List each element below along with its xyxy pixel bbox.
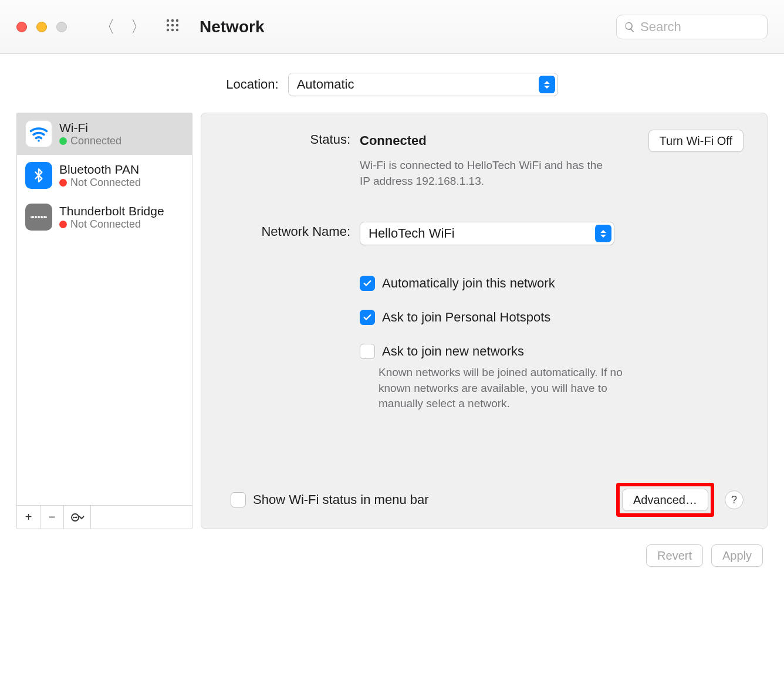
- turn-wifi-off-button[interactable]: Turn Wi-Fi Off: [648, 130, 744, 152]
- window-controls: [16, 22, 67, 32]
- sidebar-item-bluetooth-pan[interactable]: Bluetooth PAN Not Connected: [17, 155, 192, 197]
- checkbox-checked-icon: [360, 310, 375, 325]
- svg-point-13: [40, 216, 43, 218]
- remove-service-button[interactable]: −: [40, 506, 64, 529]
- forward-button[interactable]: 〉: [130, 19, 147, 35]
- svg-point-17: [74, 516, 75, 517]
- network-name-label: Network Name:: [225, 222, 360, 239]
- service-status: Connected: [70, 135, 121, 148]
- advanced-button[interactable]: Advanced…: [622, 489, 708, 511]
- svg-point-6: [167, 28, 169, 31]
- svg-point-9: [38, 140, 40, 143]
- service-status: Not Connected: [70, 218, 141, 231]
- search-icon: [624, 21, 636, 33]
- ask-hotspot-checkbox-row[interactable]: Ask to join Personal Hotspots: [360, 310, 744, 325]
- auto-join-label: Automatically join this network: [382, 276, 555, 291]
- back-button[interactable]: 〈: [99, 19, 115, 35]
- svg-point-11: [35, 216, 37, 218]
- svg-point-5: [176, 23, 178, 26]
- svg-point-0: [167, 19, 169, 21]
- checkbox-unchecked-icon: [231, 492, 246, 507]
- svg-point-16: [73, 516, 74, 517]
- service-name: Wi-Fi: [59, 120, 121, 135]
- close-window-button[interactable]: [16, 22, 27, 32]
- ask-hotspot-label: Ask to join Personal Hotspots: [382, 310, 550, 325]
- detail-pane: Status: Connected Turn Wi-Fi Off Wi-Fi i…: [201, 113, 768, 529]
- svg-point-2: [176, 19, 178, 21]
- revert-button[interactable]: Revert: [646, 544, 703, 567]
- svg-point-18: [76, 516, 77, 517]
- checkbox-unchecked-icon: [360, 344, 375, 359]
- location-popup[interactable]: Automatic: [288, 73, 558, 96]
- search-field[interactable]: Search: [616, 15, 768, 39]
- svg-point-7: [171, 28, 174, 31]
- services-sidebar: Wi-Fi Connected Bluetooth PAN Not Connec…: [16, 113, 192, 529]
- location-value: Automatic: [297, 77, 354, 92]
- show-menu-bar-checkbox-row[interactable]: Show Wi-Fi status in menu bar: [231, 492, 429, 507]
- service-name: Bluetooth PAN: [59, 162, 141, 177]
- svg-point-8: [176, 28, 178, 31]
- page-title: Network: [200, 18, 264, 36]
- ask-new-checkbox-row[interactable]: Ask to join new networks: [360, 344, 744, 359]
- show-menu-bar-label: Show Wi-Fi status in menu bar: [253, 492, 429, 507]
- chevron-updown-icon: [539, 76, 555, 93]
- status-value: Connected: [360, 133, 427, 148]
- sidebar-item-thunderbolt-bridge[interactable]: Thunderbolt Bridge Not Connected: [17, 197, 192, 238]
- thunderbolt-bridge-icon: [25, 204, 52, 231]
- checkbox-checked-icon: [360, 276, 375, 291]
- status-description: Wi-Fi is connected to HelloTech WiFi and…: [360, 158, 612, 189]
- svg-point-12: [38, 216, 40, 218]
- svg-point-4: [171, 23, 174, 26]
- highlight-box: Advanced…: [616, 483, 714, 517]
- zoom-window-button[interactable]: [56, 22, 67, 32]
- status-dot-icon: [59, 137, 67, 145]
- svg-point-1: [171, 19, 174, 21]
- help-button[interactable]: ?: [725, 490, 744, 509]
- apply-button[interactable]: Apply: [711, 544, 763, 567]
- wifi-icon: [25, 120, 52, 147]
- ask-new-label: Ask to join new networks: [382, 344, 524, 359]
- sidebar-item-wifi[interactable]: Wi-Fi Connected: [17, 113, 192, 155]
- status-label: Status:: [225, 130, 360, 147]
- network-name-value: HelloTech WiFi: [369, 226, 455, 241]
- network-name-popup[interactable]: HelloTech WiFi: [360, 222, 614, 245]
- apps-grid-icon[interactable]: [165, 18, 180, 36]
- service-name: Thunderbolt Bridge: [59, 204, 164, 218]
- location-label: Location:: [226, 77, 278, 92]
- search-placeholder: Search: [640, 19, 681, 35]
- auto-join-checkbox-row[interactable]: Automatically join this network: [360, 276, 744, 291]
- service-status: Not Connected: [70, 177, 141, 189]
- sidebar-footer: + −: [17, 505, 192, 529]
- minimize-window-button[interactable]: [36, 22, 47, 32]
- titlebar: 〈 〉 Network Search: [0, 0, 784, 54]
- svg-point-3: [167, 23, 169, 26]
- bluetooth-icon: [25, 162, 52, 189]
- ask-new-description: Known networks will be joined automatica…: [379, 365, 631, 412]
- add-service-button[interactable]: +: [17, 506, 40, 529]
- chevron-updown-icon: [595, 225, 611, 242]
- service-actions-menu[interactable]: [64, 506, 91, 529]
- status-dot-icon: [59, 221, 67, 228]
- status-dot-icon: [59, 179, 67, 187]
